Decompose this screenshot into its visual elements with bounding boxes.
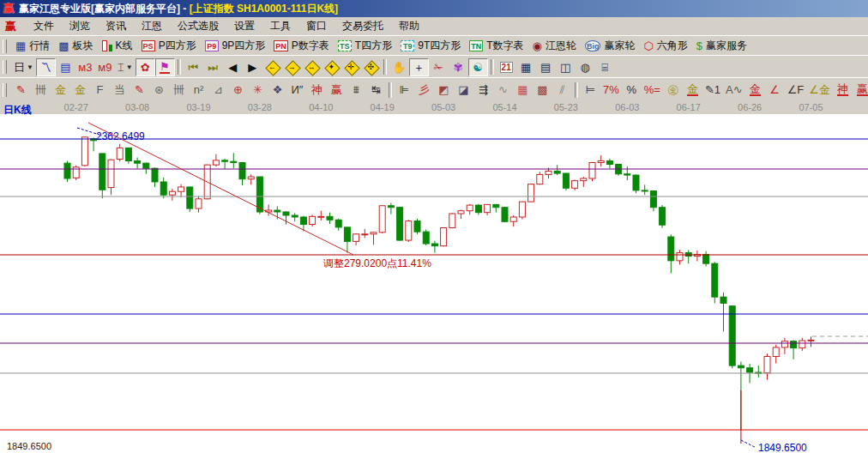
candle[interactable]	[99, 154, 105, 190]
p-number-table-button[interactable]: PNP数字表	[274, 39, 329, 53]
kline-chart[interactable]: 2362.6499调整279.0200点11.41%1849.65001849.…	[0, 114, 868, 453]
angle-tool[interactable]: ⊿	[208, 81, 228, 99]
gold-grid-tool[interactable]: 金	[51, 81, 70, 99]
zigzag-tool[interactable]: ∿	[493, 81, 513, 99]
candle[interactable]	[344, 227, 350, 242]
gann-circle-tool[interactable]: ⊛	[149, 81, 169, 99]
page-right-button[interactable]: ▶	[243, 58, 262, 76]
candle[interactable]	[125, 148, 131, 160]
candle[interactable]	[449, 214, 455, 228]
red-grid-tool[interactable]: ▦	[513, 81, 533, 99]
candle[interactable]	[808, 340, 814, 341]
kline-button[interactable]: K线	[102, 39, 133, 53]
ying-grid-tool[interactable]: 赢	[327, 81, 347, 99]
candle[interactable]	[537, 174, 543, 184]
candle[interactable]	[554, 171, 560, 173]
candle[interactable]	[160, 182, 166, 195]
p-square-button[interactable]: PSP四方形	[142, 39, 196, 53]
candle[interactable]	[300, 217, 306, 225]
candle[interactable]	[81, 137, 87, 166]
save-button[interactable]: ◫	[556, 58, 576, 76]
candle[interactable]	[485, 204, 491, 212]
candle[interactable]	[624, 174, 630, 175]
candle[interactable]	[187, 187, 193, 208]
menu-item-公式选股[interactable]: 公式选股	[170, 17, 226, 35]
calendar-21-button[interactable]: 21	[497, 58, 516, 76]
f-grid-tool[interactable]: F	[90, 81, 110, 99]
candle[interactable]	[178, 187, 184, 191]
menu-item-浏览[interactable]: 浏览	[62, 17, 98, 35]
gold-line-tool[interactable]: 金	[683, 81, 702, 99]
crosshair-tool-button[interactable]: ＋	[409, 58, 429, 76]
boxed-star-tool[interactable]: ❖	[268, 81, 287, 99]
fan-box-filled-tool[interactable]: ◪	[454, 81, 473, 99]
menu-item-交易委托[interactable]: 交易委托	[335, 17, 391, 35]
date-axis[interactable]: 02-2703-0803-1903-2804-1004-1905-0305-14…	[0, 100, 868, 115]
candle[interactable]	[108, 160, 114, 187]
yinyang-tool-button[interactable]: ☯	[468, 58, 488, 76]
zoom-left-diamond[interactable]: ←	[262, 58, 282, 76]
cut-tool-button[interactable]: ✁	[429, 58, 449, 76]
candle[interactable]	[388, 206, 394, 208]
candle[interactable]	[581, 178, 587, 181]
candle[interactable]	[64, 163, 70, 178]
percent-tool[interactable]: %	[622, 81, 642, 99]
ying-line-tool[interactable]: 赢	[853, 81, 868, 99]
ornament-tool-button[interactable]: ✾	[449, 58, 468, 76]
remote-button[interactable]: ⌸	[595, 58, 615, 76]
quotes-button[interactable]: ▦行情	[15, 39, 50, 53]
crosshair-circle-tool[interactable]: ⊕	[228, 81, 248, 99]
candle[interactable]	[493, 204, 499, 207]
bars-9-button[interactable]: м9	[95, 58, 115, 76]
number-grid-tool[interactable]: ⩩	[347, 81, 366, 99]
bars-3-button[interactable]: м3	[75, 58, 95, 76]
sectors-button[interactable]: ▩板块	[58, 39, 93, 53]
candle[interactable]	[441, 228, 447, 246]
wave-a-tool[interactable]: A∿	[723, 81, 745, 99]
pencil-tool[interactable]: ✎	[11, 81, 31, 99]
t-number-table-button[interactable]: TNT数字表	[469, 39, 523, 53]
candle[interactable]	[414, 221, 420, 233]
chart-area[interactable]: 2362.6499调整279.0200点11.41%1849.65001849.…	[0, 114, 868, 453]
shen-grid-tool[interactable]: 神	[307, 81, 327, 99]
flag-filter-button[interactable]: ⚑	[155, 58, 175, 76]
candle[interactable]	[143, 163, 149, 168]
zoom-all-diamond[interactable]: ✛	[341, 58, 361, 76]
n2-grid-tool[interactable]: n²	[189, 81, 208, 99]
candle[interactable]	[353, 234, 359, 242]
menu-item-设置[interactable]: 设置	[226, 17, 262, 35]
candle[interactable]	[773, 347, 779, 357]
hash-grid-tool[interactable]: 卌	[31, 81, 51, 99]
candle[interactable]	[563, 173, 569, 188]
range-arrows-tool[interactable]: ↹	[366, 81, 386, 99]
zoom-diagonal-diamond[interactable]: ✦	[322, 58, 341, 76]
candle[interactable]	[781, 341, 787, 347]
candle[interactable]	[318, 216, 324, 217]
zoom-star-diamond[interactable]: ✣	[361, 58, 381, 76]
winner-service-button[interactable]: $赢家服务	[696, 39, 747, 53]
nine-t-square-button[interactable]: T99T四方形	[401, 39, 461, 53]
t-square-button[interactable]: TST四方形	[338, 39, 392, 53]
arrow-fan-tool[interactable]: ⇶	[473, 81, 493, 99]
candle[interactable]	[660, 208, 666, 225]
candle-style-dropdown[interactable]: ⌶▼	[115, 58, 136, 76]
candle[interactable]	[458, 211, 464, 214]
candle[interactable]	[117, 148, 123, 159]
menu-item-资讯[interactable]: 资讯	[98, 17, 134, 35]
nine-p-square-button[interactable]: P99P四方形	[205, 39, 266, 53]
candle[interactable]	[764, 357, 770, 373]
notebook-button[interactable]: ▤	[536, 58, 556, 76]
candle[interactable]	[528, 184, 534, 202]
candle[interactable]	[598, 161, 604, 163]
candle[interactable]	[738, 365, 744, 368]
hand-tool-button[interactable]: ✋	[389, 58, 409, 76]
candle[interactable]	[274, 210, 280, 212]
candle[interactable]	[677, 253, 683, 261]
candle[interactable]	[606, 161, 612, 165]
candle[interactable]	[799, 341, 805, 348]
candle[interactable]	[502, 208, 508, 222]
candle[interactable]	[231, 161, 237, 162]
menu-item-文件[interactable]: 文件	[26, 17, 62, 35]
hash-grid2-tool[interactable]: 卌	[169, 81, 189, 99]
candle[interactable]	[747, 368, 753, 372]
